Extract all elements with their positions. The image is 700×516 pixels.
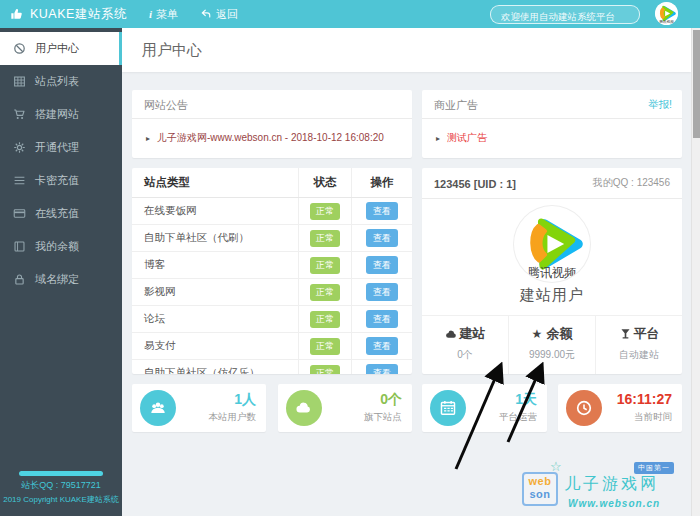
sidebar-item-open-agent[interactable]: 开通代理	[0, 131, 122, 164]
table-row: 自助下单社区（仿亿乐）正常查看	[132, 360, 412, 375]
site-table: 站点类型 状态 操作 在线要饭网正常查看自助下单社区（代刷）正常查看博客正常查看…	[132, 168, 412, 374]
status-badge: 正常	[310, 311, 340, 328]
stat-label: 建站	[460, 325, 486, 343]
username: 建站用户	[422, 286, 682, 305]
view-button[interactable]: 查看	[366, 283, 398, 301]
sidebar-item-build-site[interactable]: 搭建网站	[0, 98, 122, 131]
menu-button[interactable]: i 菜单	[149, 7, 178, 22]
page-title: 用户中心	[122, 28, 691, 72]
profile-stat-balance: ★余额9999.00元	[508, 316, 595, 374]
announcement-header: 网站公告	[132, 90, 412, 119]
stat-value: 自动建站	[596, 348, 682, 362]
dashboard-icon	[13, 42, 26, 55]
sidebar-item-label: 站点列表	[35, 74, 79, 89]
card-value: 1人	[234, 391, 256, 409]
announcement-text: 儿子游戏网-www.webson.cn - 2018-10-12 16:08:2…	[157, 131, 384, 145]
sidebar-item-label: 在线充值	[35, 206, 79, 221]
user-avatar[interactable]: 腾讯视频	[514, 206, 590, 282]
site-table-panel: 站点类型 状态 操作 在线要饭网正常查看自助下单社区（代刷）正常查看博客正常查看…	[132, 168, 412, 374]
report-link[interactable]: 举报!	[648, 90, 672, 118]
brand-label: KUAKE建站系统	[30, 6, 127, 23]
sidebar-qq: 站长QQ : 79517721	[0, 479, 122, 492]
credit-card-icon	[13, 207, 26, 220]
card-value: 0个	[380, 391, 402, 409]
stat-card-current-time: 16:11:27当前时间	[558, 384, 682, 432]
table-row: 博客正常查看	[132, 252, 412, 279]
site-type-cell: 影视网	[132, 279, 299, 306]
card-label: 当前时间	[634, 411, 672, 424]
scrollbar[interactable]	[691, 28, 700, 516]
sidebar-divider	[19, 471, 103, 476]
announcement-item[interactable]: ▸ 儿子游戏网-www.webson.cn - 2018-10-12 16:08…	[132, 119, 412, 145]
info-icon: i	[149, 8, 152, 20]
col-header-type: 站点类型	[132, 168, 299, 198]
sidebar-item-label: 用户中心	[35, 41, 79, 56]
table-header-row: 站点类型 状态 操作	[132, 168, 412, 198]
watermark-site-name: 儿子游戏网	[564, 474, 659, 495]
view-button[interactable]: 查看	[366, 337, 398, 355]
profile-header: 123456 [UID : 1] 我的QQ : 123456	[422, 168, 682, 199]
sidebar: 用户中心站点列表搭建网站开通代理卡密充值在线充值我的余额域名绑定 站长QQ : …	[0, 28, 122, 516]
card-value: 16:11:27	[617, 391, 672, 407]
cloud-icon	[286, 390, 322, 426]
stat-value: 9999.00元	[509, 348, 595, 362]
sidebar-menu: 用户中心站点列表搭建网站开通代理卡密充值在线充值我的余额域名绑定	[0, 28, 122, 296]
sidebar-item-my-balance[interactable]: 我的余额	[0, 230, 122, 263]
ad-item[interactable]: ▸ 测试广告	[422, 119, 682, 145]
lock-icon	[13, 273, 26, 286]
card-label: 本站用户数	[209, 411, 257, 424]
scrollbar-thumb[interactable]	[693, 30, 700, 138]
site-type-cell: 论坛	[132, 306, 299, 333]
view-button[interactable]: 查看	[366, 202, 398, 220]
site-type-cell: 易支付	[132, 333, 299, 360]
users-icon	[140, 390, 176, 426]
back-button[interactable]: 返回	[200, 7, 238, 22]
view-button[interactable]: 查看	[366, 229, 398, 247]
card-label: 旗下站点	[364, 411, 402, 424]
sidebar-item-user-center[interactable]: 用户中心	[0, 32, 122, 65]
table-row: 论坛正常查看	[132, 306, 412, 333]
site-type-cell: 自助下单社区（仿亿乐）	[132, 360, 299, 375]
brand[interactable]: KUAKE建站系统	[10, 6, 127, 23]
thumbs-up-icon	[10, 7, 24, 21]
stat-card-platform-days: 1天平台运营	[422, 384, 547, 432]
sidebar-item-site-list[interactable]: 站点列表	[0, 65, 122, 98]
site-type-cell: 自助下单社区（代刷）	[132, 225, 299, 252]
sidebar-item-domain-bind[interactable]: 域名绑定	[0, 263, 122, 296]
svg-text:腾讯视频: 腾讯视频	[528, 266, 577, 280]
site-type-cell: 在线要饭网	[132, 198, 299, 225]
stat-card-site-users: 1人本站用户数	[132, 384, 266, 432]
site-type-cell: 博客	[132, 252, 299, 279]
profile-panel: 123456 [UID : 1] 我的QQ : 123456 腾讯视频 建站用户…	[422, 168, 682, 374]
main-content: 用户中心 网站公告 ▸ 儿子游戏网-www.webson.cn - 2018-1…	[122, 28, 691, 516]
app-window: KUAKE建站系统 i 菜单 返回 腾讯视频 用户中心站点列表搭建网站开通代理卡…	[0, 0, 700, 516]
status-badge: 正常	[310, 203, 340, 220]
sidebar-item-label: 搭建网站	[35, 107, 79, 122]
search-input[interactable]	[491, 9, 639, 24]
stat-card-sub-sites: 0个旗下站点	[278, 384, 412, 432]
watermark-badge: 中国第一	[634, 462, 674, 474]
tencent-video-logo: 腾讯视频	[514, 206, 590, 282]
tencent-video-logo-small: 腾讯视频	[655, 2, 678, 25]
webson-logo: web son	[522, 472, 558, 506]
grid-icon	[13, 75, 26, 88]
topbar-avatar[interactable]: 腾讯视频	[655, 2, 678, 25]
card-label: 平台运营	[499, 411, 537, 424]
view-button[interactable]: 查看	[366, 364, 398, 374]
sidebar-item-online-recharge[interactable]: 在线充值	[0, 197, 122, 230]
site-table-body: 在线要饭网正常查看自助下单社区（代刷）正常查看博客正常查看影视网正常查看论坛正常…	[132, 198, 412, 375]
list-icon	[13, 174, 26, 187]
table-row: 在线要饭网正常查看	[132, 198, 412, 225]
back-arrow-icon	[200, 8, 212, 20]
calendar-icon	[430, 390, 466, 426]
glass-icon	[619, 328, 632, 341]
view-button[interactable]: 查看	[366, 310, 398, 328]
wallet-icon	[13, 240, 26, 253]
sidebar-item-card-recharge[interactable]: 卡密充值	[0, 164, 122, 197]
sidebar-item-label: 我的余额	[35, 239, 79, 254]
status-badge: 正常	[310, 284, 340, 301]
announcement-title: 网站公告	[132, 99, 188, 111]
view-button[interactable]: 查看	[366, 256, 398, 274]
table-row: 自助下单社区（代刷）正常查看	[132, 225, 412, 252]
stat-label: 余额	[547, 325, 573, 343]
